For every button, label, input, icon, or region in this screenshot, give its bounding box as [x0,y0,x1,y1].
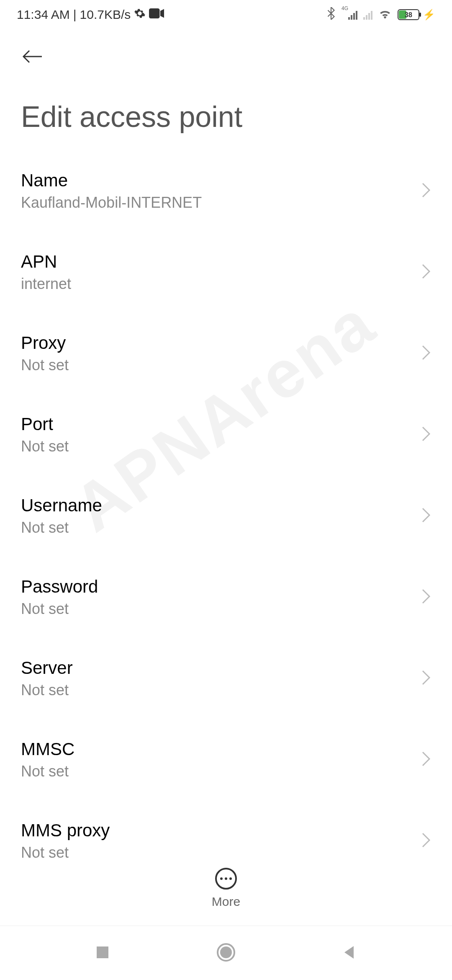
gear-icon [134,8,146,22]
chevron-right-icon [421,344,431,363]
nav-back-button[interactable] [341,944,358,962]
setting-value: Not set [21,600,421,618]
status-time: 11:34 AM [17,8,70,22]
chevron-right-icon [421,263,431,281]
more-label: More [212,895,240,909]
setting-label: MMSC [21,739,421,759]
status-data-rate: 10.7KB/s [80,8,131,22]
setting-label: APN [21,252,421,272]
chevron-right-icon [421,507,431,525]
camera-icon [149,8,164,22]
setting-row-password[interactable]: Password Not set [21,557,431,638]
setting-value: internet [21,275,421,293]
svg-text:38: 38 [405,11,412,18]
setting-value: Not set [21,438,421,455]
navigation-bar [0,926,452,980]
setting-label: Name [21,170,421,191]
status-bar: 11:34 AM | 10.7KB/s 4G 38 ⚡ [0,0,452,29]
setting-label: Server [21,658,421,678]
nav-home-button[interactable] [216,942,236,964]
setting-value: Not set [21,763,421,780]
chevron-right-icon [421,750,431,769]
setting-value: Kaufland-Mobil-INTERNET [21,194,421,211]
svg-rect-2 [419,13,421,17]
settings-list: Name Kaufland-Mobil-INTERNET APN interne… [0,150,452,882]
back-button[interactable] [21,48,431,67]
chevron-right-icon [421,588,431,606]
status-separator: | [73,8,77,22]
signal-sim2-icon [363,10,372,20]
setting-row-username[interactable]: Username Not set [21,475,431,557]
setting-value: Not set [21,681,421,699]
setting-row-name[interactable]: Name Kaufland-Mobil-INTERNET [21,150,431,232]
setting-value: Not set [21,519,421,536]
more-button[interactable]: More [0,859,452,909]
setting-label: Proxy [21,333,421,353]
svg-rect-5 [97,946,108,958]
setting-row-server[interactable]: Server Not set [21,638,431,719]
wifi-icon [378,8,392,22]
setting-value: Not set [21,844,421,861]
setting-row-port[interactable]: Port Not set [21,394,431,475]
setting-label: Password [21,577,421,597]
battery-indicator: 38 ⚡ [398,8,435,21]
charging-icon: ⚡ [423,9,435,21]
more-icon [215,868,237,890]
setting-label: MMS proxy [21,820,421,841]
svg-point-7 [220,946,232,958]
bluetooth-icon [326,7,336,23]
setting-row-apn[interactable]: APN internet [21,232,431,313]
chevron-right-icon [421,669,431,688]
page-title: Edit access point [0,71,452,150]
signal-4g: 4G [342,10,357,20]
svg-rect-0 [149,8,160,18]
nav-recent-button[interactable] [94,944,111,962]
setting-row-mmsc[interactable]: MMSC Not set [21,719,431,800]
chevron-right-icon [421,182,431,200]
setting-label: Port [21,414,421,434]
setting-row-proxy[interactable]: Proxy Not set [21,313,431,394]
chevron-right-icon [421,832,431,850]
setting-value: Not set [21,356,421,374]
chevron-right-icon [421,426,431,444]
setting-label: Username [21,495,421,516]
